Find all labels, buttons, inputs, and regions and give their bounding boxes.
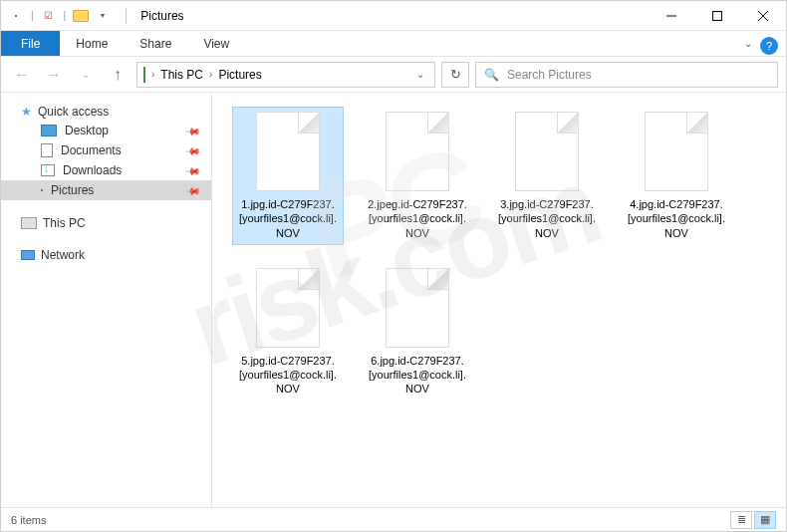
sidebar-item-pictures[interactable]: Pictures 📌 [1, 180, 211, 200]
documents-icon [41, 143, 53, 157]
file-item[interactable]: 4.jpg.id-C279F237.[yourfiles1@cock.li].N… [621, 107, 732, 245]
explorer-window: | ☑ | ▾ Pictures File Home Share View ⌄ … [0, 0, 787, 532]
file-item[interactable]: 2.jpeg.id-C279F237.[yourfiles1@cock.li].… [362, 107, 473, 245]
file-item[interactable]: 1.jpg.id-C279F237.[yourfiles1@cock.li].N… [232, 107, 344, 245]
folder-icon[interactable] [72, 7, 90, 25]
separator: | [64, 10, 67, 21]
forward-button[interactable]: → [41, 62, 67, 88]
up-button[interactable]: ↑ [105, 62, 131, 88]
file-name: 3.jpg.id-C279F237.[yourfiles1@cock.li].N… [496, 197, 598, 240]
separator: | [31, 10, 34, 21]
file-icon [386, 268, 449, 348]
titlebar: | ☑ | ▾ Pictures [1, 1, 786, 31]
chevron-right-icon[interactable]: › [151, 69, 154, 80]
quick-access-label: Quick access [38, 105, 109, 119]
navigation-pane: ★ Quick access Desktop 📌 Documents 📌 Dow… [1, 93, 212, 507]
sidebar-item-downloads[interactable]: Downloads 📌 [1, 160, 211, 180]
sidebar-this-pc[interactable]: This PC [1, 214, 211, 232]
file-name: 4.jpg.id-C279F237.[yourfiles1@cock.li].N… [626, 197, 727, 240]
pin-icon: 📌 [185, 182, 201, 198]
view-icons-button[interactable]: ▦ [754, 511, 776, 529]
pin-icon: 📌 [185, 142, 201, 158]
network-icon [21, 250, 35, 260]
pin-icon: 📌 [185, 162, 201, 178]
file-icon [515, 112, 579, 191]
file-name: 6.jpg.id-C279F237.[yourfiles1@cock.li].N… [367, 354, 468, 397]
file-grid: 1.jpg.id-C279F237.[yourfiles1@cock.li].N… [232, 107, 776, 401]
refresh-button[interactable]: ↻ [441, 62, 469, 88]
view-switcher: ≣ ▦ [730, 511, 776, 529]
sidebar-item-documents[interactable]: Documents 📌 [1, 140, 211, 160]
properties-icon[interactable]: ☑ [40, 7, 58, 25]
nav-toolbar: ← → ⌄ ↑ › This PC › Pictures ⌄ ↻ 🔍 Searc… [1, 57, 786, 93]
window-title: Pictures [140, 9, 183, 23]
close-button[interactable] [740, 1, 786, 31]
sidebar-item-label: Documents [61, 143, 122, 157]
breadcrumb-pictures[interactable]: Pictures [218, 68, 261, 82]
help-icon[interactable]: ? [760, 37, 778, 55]
pictures-icon [143, 68, 145, 82]
sidebar-item-label: Desktop [65, 124, 109, 137]
sidebar-item-label: Pictures [51, 183, 94, 197]
file-item[interactable]: 5.jpg.id-C279F237.[yourfiles1@cock.li].N… [232, 263, 344, 401]
qat-dropdown-icon[interactable]: ▾ [94, 7, 112, 25]
app-icon [7, 7, 25, 25]
pictures-icon [41, 189, 43, 191]
search-input[interactable]: 🔍 Search Pictures [475, 62, 778, 88]
address-bar[interactable]: › This PC › Pictures ⌄ [136, 62, 435, 88]
sidebar-network[interactable]: Network [1, 246, 211, 264]
file-tab[interactable]: File [1, 31, 60, 56]
file-name: 2.jpeg.id-C279F237.[yourfiles1@cock.li].… [367, 197, 468, 240]
sidebar-quick-access[interactable]: ★ Quick access [1, 103, 211, 121]
file-icon [645, 112, 708, 191]
pc-icon [21, 217, 37, 229]
sidebar-item-label: Downloads [63, 163, 122, 177]
quick-access-toolbar: | ☑ | ▾ [1, 7, 118, 25]
minimize-button[interactable] [649, 1, 694, 31]
search-placeholder: Search Pictures [507, 68, 592, 82]
pin-icon: 📌 [185, 123, 201, 138]
address-dropdown-icon[interactable]: ⌄ [412, 69, 428, 80]
separator [126, 8, 127, 24]
window-controls [649, 1, 786, 31]
recent-dropdown-icon[interactable]: ⌄ [73, 62, 99, 88]
this-pc-label: This PC [43, 216, 86, 230]
network-label: Network [41, 248, 85, 262]
body: ★ Quick access Desktop 📌 Documents 📌 Dow… [1, 93, 786, 507]
chevron-right-icon[interactable]: › [209, 69, 212, 80]
tab-home[interactable]: Home [60, 31, 124, 56]
maximize-button[interactable] [694, 1, 740, 31]
back-button[interactable]: ← [9, 62, 35, 88]
file-icon [256, 268, 320, 348]
file-item[interactable]: 3.jpg.id-C279F237.[yourfiles1@cock.li].N… [491, 107, 603, 245]
sidebar-item-desktop[interactable]: Desktop 📌 [1, 121, 211, 140]
desktop-icon [41, 125, 57, 136]
file-pane[interactable]: 1.jpg.id-C279F237.[yourfiles1@cock.li].N… [212, 93, 786, 507]
search-icon: 🔍 [484, 68, 499, 82]
downloads-icon [41, 164, 55, 176]
file-icon [386, 112, 449, 191]
tab-share[interactable]: Share [124, 31, 187, 56]
file-icon [256, 112, 320, 191]
view-details-button[interactable]: ≣ [730, 511, 752, 529]
file-name: 5.jpg.id-C279F237.[yourfiles1@cock.li].N… [237, 354, 339, 397]
tab-view[interactable]: View [187, 31, 245, 56]
item-count: 6 items [11, 514, 46, 526]
svg-rect-1 [713, 11, 722, 20]
ribbon: File Home Share View ⌄ ? [1, 31, 786, 57]
star-icon: ★ [21, 105, 32, 119]
ribbon-expand-icon[interactable]: ⌄ [744, 38, 752, 49]
status-bar: 6 items ≣ ▦ [1, 507, 786, 531]
breadcrumb-this-pc[interactable]: This PC [160, 68, 203, 82]
file-item[interactable]: 6.jpg.id-C279F237.[yourfiles1@cock.li].N… [362, 263, 473, 401]
file-name: 1.jpg.id-C279F237.[yourfiles1@cock.li].N… [237, 197, 339, 240]
